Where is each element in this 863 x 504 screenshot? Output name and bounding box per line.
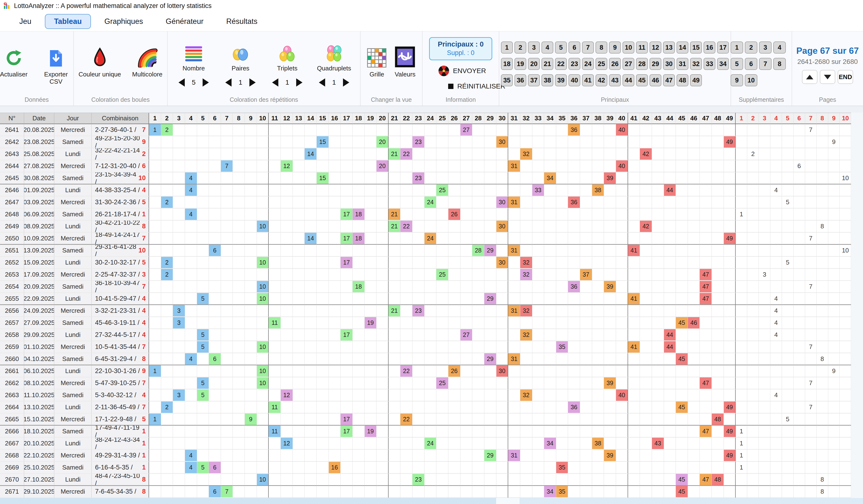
principal-number-button-7[interactable]: 7 [582, 41, 594, 53]
principal-number-button-22[interactable]: 22 [555, 58, 567, 70]
principal-number-button-9[interactable]: 9 [609, 41, 621, 53]
principal-number-button-8[interactable]: 8 [596, 41, 607, 53]
principal-number-button-31[interactable]: 31 [677, 58, 688, 70]
principal-number-button-27[interactable]: 27 [623, 58, 634, 70]
refresh-button[interactable]: Actualiser [0, 45, 27, 78]
principal-number-button-30[interactable]: 30 [663, 58, 675, 70]
principal-number-button-23[interactable]: 23 [568, 58, 580, 70]
blood-drop-icon [92, 45, 108, 67]
repetition-button-nombre[interactable]: Nombre [183, 41, 205, 72]
spinner-increment-arrow[interactable] [343, 78, 349, 87]
number-cell [700, 341, 712, 353]
principal-number-button-20[interactable]: 20 [528, 58, 540, 70]
principal-number-button-28[interactable]: 28 [636, 58, 648, 70]
principal-number-button-29[interactable]: 29 [650, 58, 661, 70]
principal-number-button-47[interactable]: 47 [663, 74, 675, 86]
principal-number-button-44[interactable]: 44 [623, 74, 634, 86]
supplementary-number-button-2[interactable]: 2 [745, 41, 758, 53]
principal-number-button-10[interactable]: 10 [623, 41, 634, 53]
spinner-paires: 1 [225, 78, 256, 87]
repetition-button-triplets[interactable]: Triplets [277, 41, 297, 72]
principal-number-button-17[interactable]: 17 [717, 41, 729, 53]
page-end-button[interactable]: END [838, 70, 853, 84]
repetition-button-paires[interactable]: Paires [232, 41, 249, 72]
supplementary-number-button-10[interactable]: 10 [745, 74, 758, 86]
supplementary-number-button-1[interactable]: 1 [730, 41, 743, 53]
spinner-decrement-arrow[interactable] [225, 78, 232, 87]
principal-number-button-39[interactable]: 39 [555, 74, 567, 86]
principal-number-button-14[interactable]: 14 [677, 41, 688, 53]
supplementary-number-button-6[interactable]: 6 [745, 58, 758, 70]
export-csv-button[interactable]: Exporter CSV [39, 45, 73, 85]
principal-number-button-12[interactable]: 12 [650, 41, 661, 53]
number-cell [376, 317, 389, 329]
reinitialiser-button[interactable]: RÉINITIALISER [448, 83, 505, 90]
tab-générateur[interactable]: Générateur [157, 14, 213, 29]
valeurs-button[interactable]: Valeurs [395, 45, 415, 78]
principal-number-button-37[interactable]: 37 [528, 74, 540, 86]
principal-number-button-6[interactable]: 6 [568, 41, 580, 53]
principal-number-button-16[interactable]: 16 [703, 41, 715, 53]
principal-number-button-4[interactable]: 4 [541, 41, 553, 53]
tab-tableau[interactable]: Tableau [45, 14, 91, 29]
principal-number-button-15[interactable]: 15 [690, 41, 702, 53]
principal-number-button-42[interactable]: 42 [596, 74, 607, 86]
principal-number-button-35[interactable]: 35 [501, 74, 513, 86]
multicolore-button[interactable]: Multicolore [132, 45, 163, 78]
spinner-increment-arrow[interactable] [249, 78, 256, 87]
principal-number-button-38[interactable]: 38 [541, 74, 553, 86]
tab-graphiques[interactable]: Graphiques [95, 14, 152, 29]
principal-number-button-13[interactable]: 13 [663, 41, 675, 53]
number-cell [544, 281, 556, 293]
spinner-decrement-arrow[interactable] [272, 78, 278, 87]
principal-number-button-25[interactable]: 25 [596, 58, 607, 70]
repetition-button-quadruplets[interactable]: Quadruplets [317, 41, 351, 72]
supplementary-number-button-4[interactable]: 4 [773, 41, 786, 53]
supplementary-number-button-9[interactable]: 9 [730, 74, 743, 86]
principal-number-button-49[interactable]: 49 [690, 74, 702, 86]
supplementary-number-button-7[interactable]: 7 [759, 58, 772, 70]
number-cell [724, 293, 736, 305]
principal-number-button-48[interactable]: 48 [677, 74, 688, 86]
supp-cell [782, 269, 793, 281]
supplementary-number-button-8[interactable]: 8 [773, 58, 786, 70]
principal-number-button-1[interactable]: 1 [501, 41, 513, 53]
spinner-increment-arrow[interactable] [203, 78, 209, 87]
principal-number-button-3[interactable]: 3 [528, 41, 540, 53]
principal-number-button-46[interactable]: 46 [650, 74, 661, 86]
principal-number-button-33[interactable]: 33 [703, 58, 715, 70]
page-down-button[interactable] [820, 70, 835, 84]
number-cell [604, 341, 616, 353]
principal-number-button-18[interactable]: 18 [501, 58, 513, 70]
couleur-unique-button[interactable]: Couleur unique [78, 45, 121, 78]
horizontal-scrollbar[interactable] [0, 498, 863, 504]
principal-number-button-26[interactable]: 26 [609, 58, 621, 70]
tab-jeu[interactable]: Jeu [10, 14, 40, 29]
envoyer-button[interactable]: ENVOYER [438, 66, 486, 76]
principal-number-button-11[interactable]: 11 [636, 41, 648, 53]
number-cell [532, 377, 545, 389]
principal-number-button-2[interactable]: 2 [514, 41, 526, 53]
principal-number-button-32[interactable]: 32 [690, 58, 702, 70]
principal-number-button-40[interactable]: 40 [568, 74, 580, 86]
principal-number-button-34[interactable]: 34 [717, 58, 729, 70]
principal-number-button-5[interactable]: 5 [555, 41, 567, 53]
principal-number-button-41[interactable]: 41 [582, 74, 594, 86]
number-cell [724, 124, 736, 136]
spinner-decrement-arrow[interactable] [178, 78, 185, 87]
principal-number-button-43[interactable]: 43 [609, 74, 621, 86]
grille-button[interactable]: Grille [367, 45, 386, 78]
supplementary-number-button-3[interactable]: 3 [759, 41, 772, 53]
number-cell-filled: 40 [616, 160, 628, 173]
principal-number-button-36[interactable]: 36 [514, 74, 526, 86]
number-cell [484, 365, 496, 377]
principal-number-button-45[interactable]: 45 [636, 74, 648, 86]
supplementary-number-button-5[interactable]: 5 [730, 58, 743, 70]
spinner-decrement-arrow[interactable] [319, 78, 325, 87]
spinner-increment-arrow[interactable] [296, 78, 302, 87]
page-up-button[interactable] [802, 70, 817, 84]
principal-number-button-21[interactable]: 21 [541, 58, 553, 70]
principal-number-button-24[interactable]: 24 [582, 58, 594, 70]
tab-résultats[interactable]: Résultats [217, 14, 266, 29]
principal-number-button-19[interactable]: 19 [514, 58, 526, 70]
